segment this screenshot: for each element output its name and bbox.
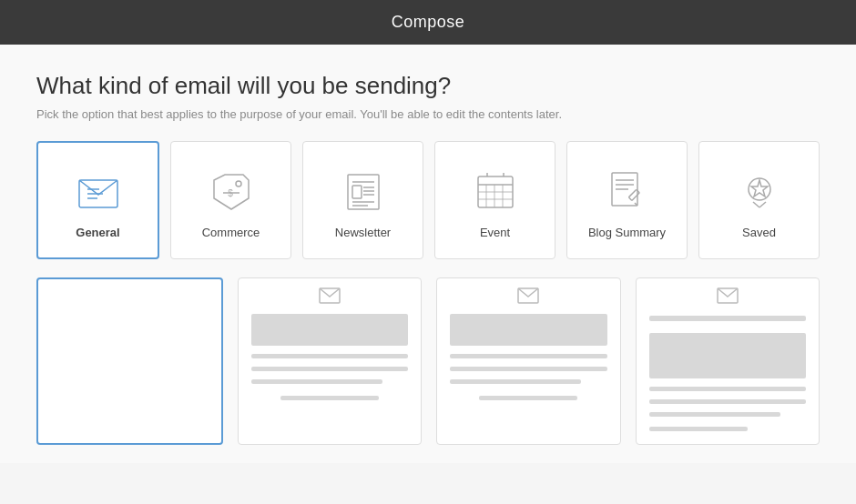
tpl2-header <box>248 287 413 304</box>
main-heading: What kind of email will you be sending? <box>36 72 820 100</box>
type-card-saved-label: Saved <box>742 226 776 239</box>
template-card-2[interactable] <box>238 277 423 445</box>
svg-text:$: $ <box>228 188 233 198</box>
tpl3-header <box>446 287 611 304</box>
tpl2-line1 <box>251 354 409 358</box>
tpl2-email-icon <box>319 287 341 304</box>
type-card-saved[interactable]: Saved <box>698 141 820 259</box>
saved-icon <box>735 167 784 217</box>
type-card-event-label: Event <box>480 226 510 239</box>
tpl2-line3 <box>251 379 382 384</box>
svg-rect-9 <box>352 186 362 198</box>
template-cards-row <box>36 277 820 445</box>
svg-line-32 <box>753 202 759 207</box>
tpl4-line2 <box>649 399 807 404</box>
commerce-icon: $ <box>207 167 256 217</box>
tpl4-image-block <box>649 333 807 378</box>
template-card-3[interactable] <box>436 277 621 445</box>
tpl3-email-icon <box>517 287 539 304</box>
main-content: What kind of email will you be sending? … <box>0 45 856 463</box>
tpl2-btn <box>280 396 379 400</box>
tpl4-email-icon <box>717 287 739 304</box>
type-card-commerce[interactable]: $ Commerce <box>170 141 291 259</box>
type-card-blog-summary[interactable]: Blog Summary <box>566 141 688 259</box>
type-card-general-label: General <box>76 226 119 239</box>
type-card-newsletter-label: Newsletter <box>335 226 391 239</box>
type-card-commerce-label: Commerce <box>202 226 260 239</box>
newsletter-icon <box>339 167 388 217</box>
page-title: Compose <box>392 13 465 31</box>
event-icon <box>471 167 520 217</box>
template-card-4[interactable] <box>636 277 820 445</box>
tpl4-line-h1 <box>649 316 807 321</box>
tpl2-image-block <box>251 314 409 346</box>
type-card-newsletter[interactable]: Newsletter <box>302 141 423 259</box>
tpl3-line2 <box>450 367 607 371</box>
tpl4-line3 <box>649 412 780 417</box>
tpl3-image-block <box>450 314 607 346</box>
tpl4-header <box>646 287 810 304</box>
svg-line-33 <box>759 202 766 207</box>
template-card-1[interactable] <box>36 277 223 445</box>
tpl3-line3 <box>450 379 581 384</box>
type-cards-row: General $ Commerce <box>36 141 820 259</box>
tpl2-line2 <box>251 367 409 371</box>
general-icon <box>74 167 123 217</box>
svg-point-4 <box>236 181 241 186</box>
top-bar: Compose <box>0 0 856 45</box>
tpl4-line1 <box>649 387 807 391</box>
svg-marker-31 <box>751 180 768 197</box>
main-subheading: Pick the option that best applies to the… <box>36 107 820 121</box>
tpl4-btn <box>649 427 748 431</box>
tpl3-btn <box>479 396 577 400</box>
type-card-event[interactable]: Event <box>434 141 555 259</box>
type-card-general[interactable]: General <box>36 141 159 259</box>
tpl3-line1 <box>450 354 607 358</box>
blog-summary-icon <box>603 167 652 217</box>
type-card-blog-summary-label: Blog Summary <box>588 226 666 239</box>
